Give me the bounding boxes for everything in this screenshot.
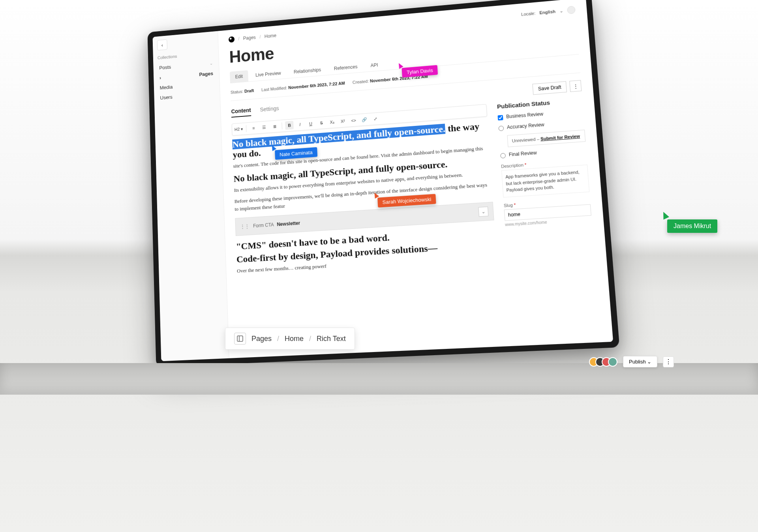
more-button[interactable]: ⋮ [663,356,674,367]
chevron-down-icon: ⌄ [210,61,213,66]
code-button[interactable]: <> [349,116,358,125]
checkbox-label: Business Review [506,111,544,120]
superscript-button[interactable]: X² [338,117,347,126]
kebab-icon: ⋮ [665,358,672,365]
drag-handle-icon[interactable]: ⋮⋮ [240,223,249,229]
accuracy-review-radio[interactable]: Accuracy Review [498,119,584,131]
floating-breadcrumb: Pages / Home / Rich Text [225,328,355,350]
chevron-down-icon: ⌄ [647,359,651,365]
sidebar-item-label: Posts [159,64,171,71]
tab-references[interactable]: References [328,60,363,75]
sidebar: ‹ Collections Posts ⌄ Pages Media Users [152,31,229,362]
review-status-box: Unreviewed – Submit for Review [507,130,585,147]
sub-tab-content[interactable]: Content [231,107,251,118]
radio-label: Accuracy Review [507,122,545,130]
block-type-label: Form CTA [253,222,274,229]
more-actions-button[interactable]: ⋮ [569,80,582,92]
sidebar-toggle-icon [237,335,243,342]
save-draft-button[interactable]: Save Draft [533,81,567,95]
tab-api[interactable]: API [365,59,384,72]
italic-button[interactable]: I [296,120,304,129]
created-label: Created: [353,79,369,85]
link-button[interactable]: 🔗 [360,115,369,124]
breadcrumb-separator: / [309,335,311,343]
chevron-left-icon: ‹ [161,42,163,48]
heading-dropdown[interactable]: H2 ▾ [235,125,244,134]
locale-label: Locale: [521,11,536,17]
list-ol-icon[interactable]: ≣ [270,122,279,131]
panel-icon[interactable] [234,333,246,345]
tab-relationships[interactable]: Relationships [288,64,326,78]
unreviewed-label: Unreviewed – [512,137,539,143]
desk-surface [0,363,758,395]
radio-input[interactable] [498,126,504,131]
kebab-icon: ⋮ [572,83,578,89]
radio-label: Final Review [508,150,537,157]
breadcrumb-separator: / [277,335,279,343]
breadcrumb-item[interactable]: Home [265,33,277,39]
submit-for-review-link[interactable]: Submit for Review [540,134,580,141]
sidebar-right: Publication Status Business Review Accur… [497,97,595,264]
description-field[interactable]: App frameworks give you a backend, but l… [501,165,589,197]
breadcrumb-item[interactable]: Rich Text [317,335,346,343]
list-ul-icon[interactable]: ☰ [260,123,268,132]
bold-button[interactable]: B [285,121,294,130]
breadcrumb-item[interactable]: Pages [251,335,272,343]
sidebar-item-label: Media [159,84,173,91]
strikethrough-button[interactable]: S̶ [317,118,326,127]
align-left-icon[interactable]: ≡ [249,124,258,133]
avatar-stack[interactable] [592,357,617,367]
sub-tab-settings[interactable]: Settings [260,105,279,115]
chevron-down-icon[interactable]: ⌄ [478,206,488,217]
collab-cursor-james: James Mikrut [667,219,717,233]
final-review-radio[interactable]: Final Review [500,146,587,158]
block-name: Newsletter [277,220,300,227]
last-modified-value: November 6th 2023, 7:22 AM [288,81,345,90]
sidebar-item-label: Users [160,94,173,101]
back-button[interactable]: ‹ [157,39,167,51]
editor-column: H2 ▾ ≡ ☰ ≣ B I U S̶ X₂ X² <> [232,104,497,279]
user-avatar[interactable] [567,6,576,14]
last-modified-label: Last Modified: [261,86,287,92]
breadcrumb-item[interactable]: Pages [243,35,256,41]
header-right: Locale: English ⌄ [521,6,576,18]
radio-input[interactable] [500,153,506,158]
publication-status-heading: Publication Status [497,97,582,110]
business-review-checkbox[interactable]: Business Review [497,108,584,120]
publish-button[interactable]: Publish ⌄ [623,356,657,367]
breadcrumb-separator: / [259,34,261,39]
underline-button[interactable]: U [306,119,315,128]
floating-action-bar: Publish ⌄ ⋮ [592,356,674,367]
chevron-down-icon: ⌄ [559,8,563,14]
breadcrumb-item[interactable]: Home [285,335,304,343]
checkbox-input[interactable] [498,115,503,120]
logo-icon[interactable] [229,36,235,43]
svg-rect-0 [237,336,243,341]
sidebar-item-label: Pages [199,71,213,77]
breadcrumb-separator: / [238,36,240,41]
status-value: Draft [244,88,254,93]
avatar [608,357,617,367]
tab-edit[interactable]: Edit [230,70,248,83]
status-label: Status: [231,89,244,95]
subscript-button[interactable]: X₂ [328,118,336,127]
tab-live-preview[interactable]: Live Preview [250,67,286,81]
main-content: Locale: English ⌄ / Pages / Home Home Ed… [218,0,613,358]
locale-value[interactable]: English [539,9,555,15]
expand-icon[interactable]: ⤢ [371,114,380,123]
